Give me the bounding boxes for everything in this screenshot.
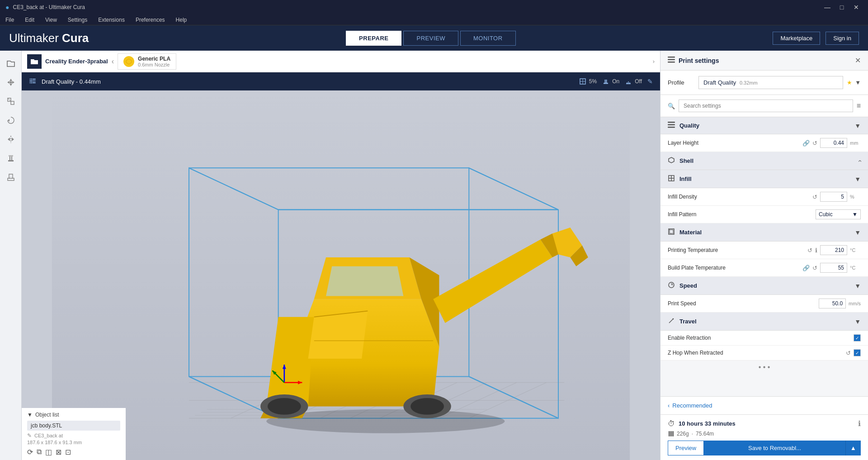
titlebar: ● CE3_back at - Ultimaker Cura — □ ✕ [0, 0, 868, 14]
close-button[interactable]: ✕ [850, 3, 863, 12]
retraction-checkbox[interactable]: ✓ [854, 334, 861, 341]
print-settings-panel: Print settings ✕ Profile Draft Quality 0… [660, 51, 868, 460]
estimation-info-icon[interactable]: ℹ [858, 419, 861, 428]
object-tool-copy[interactable]: ⧉ [37, 448, 42, 456]
print-speed-row: Print Speed mm/s [660, 295, 868, 313]
save-button[interactable]: Save to Removabl... [704, 441, 845, 455]
print-temp-reset-icon[interactable]: ↺ [807, 247, 812, 254]
material-section-header[interactable]: Material ▼ [660, 223, 868, 242]
logo-light: Ultimaker [9, 31, 59, 45]
svg-marker-1 [9, 84, 12, 86]
menu-file[interactable]: File [4, 16, 16, 24]
preview-button[interactable]: Preview [668, 441, 704, 455]
printer-bar-left: Creality Ender-3prabal ‹ Generic PLA 0.6… [27, 53, 649, 70]
clock-icon: ⏱ [668, 420, 675, 428]
settings-content[interactable]: Quality ▼ Layer Height 🔗 ↺ mm [660, 117, 868, 396]
nav-prepare[interactable]: PREPARE [346, 31, 401, 46]
signin-button[interactable]: Sign in [826, 32, 859, 45]
speed-section-icon [668, 281, 675, 290]
object-tool-cut[interactable]: ⊠ [56, 448, 61, 456]
layer-height-reset-icon[interactable]: ↺ [812, 140, 817, 147]
infill-pattern-dropdown[interactable]: Cubic ▼ [816, 209, 861, 219]
object-tool-persp[interactable]: ◫ [45, 448, 52, 456]
settings-bar: Draft Quality - 0.44mm 5% [22, 72, 660, 90]
menu-settings[interactable]: Settings [66, 16, 89, 24]
profile-dropdown-icon[interactable]: ▼ [855, 79, 861, 86]
layer-height-input[interactable] [820, 138, 847, 148]
build-temp-reset-icon[interactable]: ↺ [812, 265, 817, 271]
svg-marker-19 [126, 59, 132, 64]
object-list-header[interactable]: ▼ Object list [27, 412, 120, 418]
save-dropdown-button[interactable]: ▲ [845, 441, 861, 455]
toolbar-scale-icon[interactable] [2, 92, 20, 110]
object-file-item[interactable]: jcb body.STL [27, 421, 120, 431]
nav-monitor[interactable]: MONITOR [460, 31, 516, 46]
material-box[interactable]: Generic PLA 0.6mm Nozzle [118, 53, 176, 70]
menu-help[interactable]: Help [174, 16, 189, 24]
travel-section-header[interactable]: Travel ▼ [660, 313, 868, 331]
zhop-reset-icon[interactable]: ↺ [846, 350, 851, 356]
more-settings-dots[interactable]: • • • [660, 360, 868, 374]
settings-edit-icon[interactable]: ✎ [647, 78, 653, 85]
object-list-chevron[interactable]: ▼ [27, 412, 33, 418]
profile-star-icon[interactable]: ★ [847, 79, 852, 86]
speed-section-header[interactable]: Speed ▼ [660, 277, 868, 295]
printer-bar-right[interactable]: › [653, 58, 655, 65]
menu-preferences[interactable]: Preferences [134, 16, 167, 24]
search-menu-icon[interactable]: ≡ [857, 102, 861, 110]
titlebar-controls[interactable]: — □ ✕ [821, 3, 863, 12]
infill-density-input[interactable] [820, 192, 847, 202]
quality-section-icon [668, 122, 675, 129]
build-temp-link-icon[interactable]: 🔗 [802, 265, 810, 271]
left-toolbar [0, 51, 22, 460]
panel-close-button[interactable]: ✕ [855, 56, 861, 65]
layer-height-link-icon[interactable]: 🔗 [802, 140, 810, 147]
menu-view[interactable]: View [43, 16, 59, 24]
profile-actions: ★ ▼ [847, 79, 861, 86]
print-temp-label: Printing Temperature [668, 247, 807, 253]
maximize-button[interactable]: □ [835, 3, 848, 12]
nav-preview[interactable]: PREVIEW [403, 31, 458, 46]
app-header: Ultimaker Cura PREPARE PREVIEW MONITOR M… [0, 25, 868, 51]
print-temp-info-icon[interactable]: ℹ [815, 247, 817, 254]
search-input[interactable] [679, 100, 853, 112]
svg-point-4 [9, 81, 12, 84]
viewport-3d[interactable]: ▼ Object list jcb body.STL ✎ CE3_back at… [22, 90, 660, 460]
infill-section-header[interactable]: Infill ▼ [660, 170, 868, 188]
settings-bar-icon [29, 77, 36, 86]
estimation-time: 10 hours 33 minutes [679, 420, 854, 427]
object-tool-merge[interactable]: ⊡ [65, 448, 71, 456]
recommended-button[interactable]: ‹ Recommended [660, 396, 868, 414]
profile-select[interactable]: Draft Quality 0.32mm [698, 76, 843, 89]
svg-rect-100 [670, 431, 671, 436]
minimize-button[interactable]: — [821, 3, 834, 12]
print-speed-input[interactable] [819, 299, 846, 308]
toolbar-permodel-icon[interactable] [2, 168, 20, 186]
toolbar-rotate-icon[interactable] [2, 111, 20, 129]
marketplace-button[interactable]: Marketplace [773, 32, 820, 45]
infill-density-reset-icon[interactable]: ↺ [812, 194, 817, 200]
zhop-checkbox[interactable]: ✓ [854, 349, 861, 356]
toolbar-open-icon[interactable] [2, 54, 20, 72]
toolbar-mirror-icon[interactable] [2, 130, 20, 148]
build-temp-input[interactable] [820, 263, 847, 273]
menu-edit[interactable]: Edit [23, 16, 36, 24]
printer-bar: Creality Ender-3prabal ‹ Generic PLA 0.6… [22, 51, 660, 72]
printer-name[interactable]: Creality Ender-3prabal [45, 58, 108, 65]
main-layout: Creality Ender-3prabal ‹ Generic PLA 0.6… [0, 51, 868, 460]
shell-section-header[interactable]: Shell › [660, 152, 868, 170]
panel-header-left: Print settings [668, 57, 719, 64]
app-logo: Ultimaker Cura [9, 31, 89, 45]
menu-extensions[interactable]: Extensions [96, 16, 127, 24]
svg-point-23 [30, 78, 32, 80]
quality-section-header[interactable]: Quality ▼ [660, 117, 868, 134]
search-icon: 🔍 [668, 103, 675, 109]
build-temp-unit: °C [850, 265, 861, 270]
print-temp-input[interactable] [820, 245, 847, 255]
printer-collapse-arrow[interactable]: ‹ [112, 57, 114, 66]
object-tool-rotate[interactable]: ⟳ [27, 448, 33, 456]
folder-icon[interactable] [27, 54, 42, 69]
recommended-left-chevron-icon: ‹ [668, 402, 670, 409]
toolbar-support-icon[interactable] [2, 149, 20, 167]
toolbar-move-icon[interactable] [2, 73, 20, 91]
